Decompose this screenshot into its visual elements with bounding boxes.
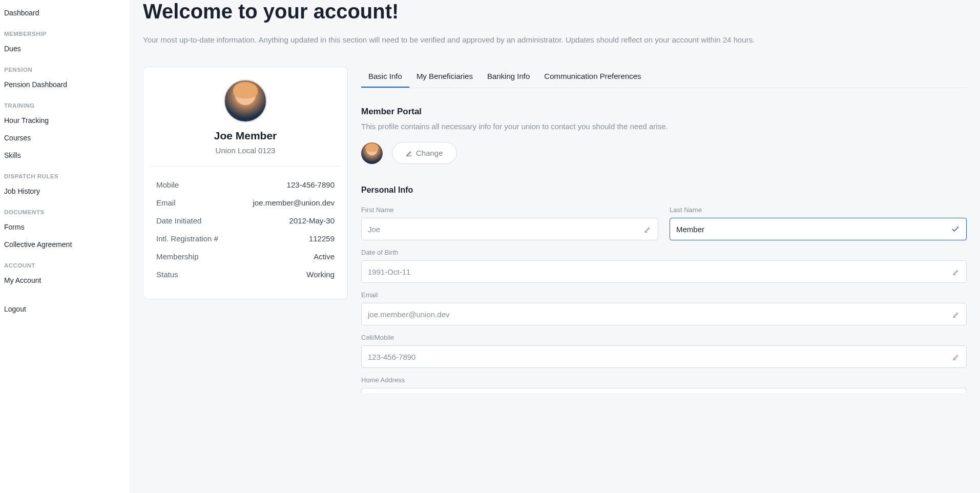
avatar-change-row: Change <box>361 142 967 164</box>
sidebar-heading-documents: DOCUMENTS <box>0 200 130 218</box>
sidebar-item-dues[interactable]: Dues <box>0 40 130 57</box>
member-portal-desc: This profile contains all necessary info… <box>361 122 967 131</box>
profile-meta-label: Status <box>156 270 178 279</box>
sidebar-heading-membership: MEMBERSHIP <box>0 22 130 40</box>
sidebar-item-my-account[interactable]: My Account <box>0 272 130 289</box>
profile-meta-label: Date Initiated <box>156 216 201 225</box>
tab-banking-info[interactable]: Banking Info <box>480 67 537 88</box>
cell-label: Cell/Mobile <box>361 334 967 341</box>
profile-meta-value: 112259 <box>309 234 335 243</box>
address-label: Home Address <box>361 376 967 384</box>
profile-meta-label: Membership <box>156 252 199 261</box>
first-name-field: First Name <box>361 206 658 240</box>
dob-label: Date of Birth <box>361 249 967 256</box>
profile-local: Union Local 0123 <box>151 146 340 155</box>
sidebar-item-skills[interactable]: Skills <box>0 147 130 164</box>
sidebar-item-forms[interactable]: Forms <box>0 218 130 236</box>
dob-input-wrap[interactable] <box>361 260 967 283</box>
profile-meta-label: Email <box>156 198 176 207</box>
profile-meta-status: Status Working <box>151 265 340 283</box>
profile-meta-label: Mobile <box>156 180 179 189</box>
profile-name: Joe Member <box>151 130 340 142</box>
main-content: Welcome to your account! Your most up-to… <box>130 0 980 493</box>
sidebar-item-courses[interactable]: Courses <box>0 129 130 147</box>
last-name-input[interactable] <box>676 225 946 234</box>
page-subtitle: Your most up-to-date information. Anythi… <box>143 35 967 44</box>
email-input-wrap[interactable] <box>361 303 967 325</box>
pencil-icon <box>952 268 960 276</box>
right-panel: Basic Info My Beneficiaries Banking Info… <box>361 67 967 393</box>
email-input[interactable] <box>368 310 946 319</box>
profile-meta-email: Email joe.member@union.dev <box>151 194 340 212</box>
profile-meta-membership: Membership Active <box>151 248 340 265</box>
profile-meta-intl-reg: Intl. Registration # 112259 <box>151 230 340 248</box>
profile-meta-value: Working <box>306 270 335 279</box>
check-icon <box>951 224 960 234</box>
last-name-field: Last Name <box>670 206 967 240</box>
avatar-small <box>361 142 383 164</box>
profile-meta-mobile: Mobile 123-456-7890 <box>151 176 340 194</box>
first-name-label: First Name <box>361 206 658 214</box>
profile-meta-value: Active <box>314 252 335 261</box>
personal-info-title: Personal Info <box>361 186 967 195</box>
pencil-icon <box>952 311 960 318</box>
sidebar-heading-pension: PENSION <box>0 57 130 76</box>
profile-meta-value: joe.member@union.dev <box>253 198 335 207</box>
change-avatar-button[interactable]: Change <box>392 142 457 164</box>
pencil-icon <box>952 353 960 361</box>
first-name-input[interactable] <box>368 225 637 234</box>
profile-meta-label: Intl. Registration # <box>156 234 218 243</box>
last-name-input-wrap[interactable] <box>670 218 967 240</box>
tabs: Basic Info My Beneficiaries Banking Info… <box>361 67 967 88</box>
profile-meta-value: 123-456-7890 <box>287 180 335 189</box>
sidebar-item-pension-dashboard[interactable]: Pension Dashboard <box>0 76 130 93</box>
email-label: Email <box>361 291 967 299</box>
dob-input[interactable] <box>368 268 946 276</box>
avatar-large <box>224 79 267 122</box>
dob-field: Date of Birth <box>361 249 967 283</box>
first-name-input-wrap[interactable] <box>361 218 658 240</box>
last-name-label: Last Name <box>670 206 967 214</box>
sidebar-item-dashboard[interactable]: Dashboard <box>0 4 130 22</box>
sidebar-item-hour-tracking[interactable]: Hour Tracking <box>0 112 130 129</box>
sidebar-item-logout[interactable]: Logout <box>0 300 130 318</box>
change-button-label: Change <box>416 149 443 157</box>
address-field: Home Address <box>361 376 967 393</box>
cell-input[interactable] <box>368 353 946 361</box>
sidebar-heading-dispatch: DISPATCH RULES <box>0 164 130 182</box>
sidebar-item-collective-agreement[interactable]: Collective Agreement <box>0 236 130 253</box>
member-portal-title: Member Portal <box>361 107 967 117</box>
pencil-icon <box>644 225 652 233</box>
email-field: Email <box>361 291 967 325</box>
tab-basic-info[interactable]: Basic Info <box>361 67 409 88</box>
sidebar-heading-training: TRAINING <box>0 93 130 112</box>
page-title: Welcome to your account! <box>143 0 967 28</box>
profile-divider <box>151 166 340 167</box>
profile-card: Joe Member Union Local 0123 Mobile 123-4… <box>143 67 348 299</box>
address-input-wrap[interactable] <box>361 388 967 393</box>
profile-meta-date-initiated: Date Initiated 2012-May-30 <box>151 212 340 230</box>
profile-meta-value: 2012-May-30 <box>289 216 335 225</box>
sidebar-item-job-history[interactable]: Job History <box>0 182 130 200</box>
sidebar: Dashboard MEMBERSHIP Dues PENSION Pensio… <box>0 0 130 493</box>
tab-my-beneficiaries[interactable]: My Beneficiaries <box>409 67 480 88</box>
pencil-icon <box>406 150 413 157</box>
tab-communication-preferences[interactable]: Communication Preferences <box>537 67 648 88</box>
sidebar-heading-account: ACCOUNT <box>0 253 130 272</box>
cell-field: Cell/Mobile <box>361 334 967 368</box>
cell-input-wrap[interactable] <box>361 345 967 368</box>
